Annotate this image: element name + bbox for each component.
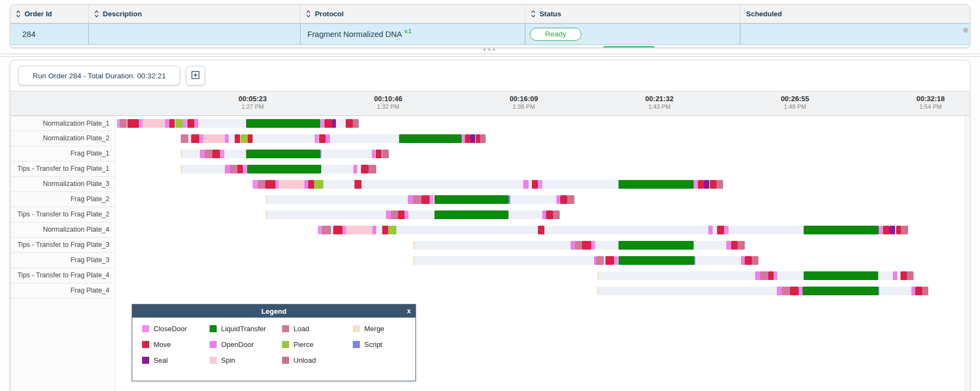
gantt-segment-liquidtransfer[interactable] <box>247 165 321 173</box>
gantt-segment-opendoor[interactable] <box>372 150 375 158</box>
gantt-segment-opendoor[interactable] <box>556 195 560 204</box>
run-order-button[interactable]: Run Order 284 - Total Duration: 00:32:21 <box>18 66 180 85</box>
gantt-segment-move[interactable] <box>745 256 752 265</box>
gantt-segment-closedoor[interactable] <box>243 165 247 173</box>
gantt-segment-opendoor[interactable] <box>542 210 546 219</box>
gantt-segment-unload[interactable] <box>901 226 908 234</box>
gantt-segment-spin[interactable] <box>279 180 304 189</box>
gantt-segment-liquidtransfer[interactable] <box>618 241 694 250</box>
gantt-segment-pierce[interactable] <box>175 119 183 128</box>
gantt-segment-move[interactable] <box>382 226 388 234</box>
table-scrollbar-thumb[interactable] <box>963 28 968 33</box>
gantt-segment-opendoor[interactable] <box>304 180 308 189</box>
gantt-segment-closedoor[interactable] <box>405 210 408 219</box>
gantt-segment-unload[interactable] <box>907 271 914 280</box>
gantt-segment-liquidtransfer[interactable] <box>434 210 509 219</box>
gantt-segment-load[interactable] <box>391 210 398 219</box>
gantt-segment-move[interactable] <box>187 119 194 128</box>
gantt-segment-move[interactable] <box>235 134 240 143</box>
gantt-segment-closedoor[interactable] <box>799 287 803 295</box>
gantt-segment-opendoor[interactable] <box>225 134 229 143</box>
column-header-description[interactable]: Description <box>88 5 301 23</box>
gantt-segment-unload[interactable] <box>567 195 574 204</box>
gantt-segment-move[interactable] <box>127 119 139 128</box>
gantt-segment-move[interactable] <box>421 195 430 204</box>
gantt-segment-closedoor[interactable] <box>774 271 777 280</box>
gantt-segment-opendoor[interactable] <box>225 165 230 173</box>
gantt-segment-opendoor[interactable] <box>326 134 330 143</box>
gantt-segment-move[interactable] <box>883 226 890 234</box>
gantt-segment-move[interactable] <box>790 287 799 295</box>
gantt-segment-move[interactable] <box>698 180 704 189</box>
gantt-segment-opendoor[interactable] <box>911 287 915 295</box>
gantt-segment-closedoor[interactable] <box>694 180 698 189</box>
gantt-segment-script[interactable] <box>878 287 879 295</box>
gantt-segment-closedoor[interactable] <box>183 119 187 128</box>
gantt-segment-closedoor[interactable] <box>430 195 433 204</box>
gantt-segment-load[interactable] <box>230 165 237 173</box>
gantt-segment-seal[interactable] <box>470 134 475 143</box>
gantt-segment-move[interactable] <box>476 134 480 143</box>
gantt-segment-move[interactable] <box>582 241 591 250</box>
splitter-handle-icon[interactable]: ●●● <box>0 48 980 52</box>
gantt-segment-seal[interactable] <box>704 180 709 189</box>
gantt-segment-opendoor[interactable] <box>571 241 575 250</box>
gantt-segment-move[interactable] <box>354 180 361 189</box>
gantt-segment-opendoor[interactable] <box>408 195 412 204</box>
column-header-status[interactable]: Status <box>525 5 740 23</box>
gantt-segment-unload[interactable] <box>716 180 723 189</box>
gantt-segment-closedoor[interactable] <box>117 119 120 128</box>
gantt-segment-opendoor[interactable] <box>386 210 390 219</box>
gantt-segment-move[interactable] <box>560 195 567 204</box>
gantt-segment-opendoor[interactable] <box>755 271 760 280</box>
gantt-segment-closedoor[interactable] <box>538 180 542 189</box>
gantt-segment-liquidtransfer[interactable] <box>804 271 878 280</box>
gantt-segment-move[interactable] <box>398 210 405 219</box>
gantt-segment-merge[interactable] <box>266 210 267 219</box>
gantt-segment-merge[interactable] <box>266 195 267 204</box>
gantt-segment-opendoor[interactable] <box>708 226 713 234</box>
gantt-segment-unload[interactable] <box>353 119 359 128</box>
gantt-segment-move[interactable] <box>896 226 901 234</box>
gantt-segment-opendoor[interactable] <box>353 165 357 173</box>
gantt-segment-liquidtransfer[interactable] <box>246 119 320 128</box>
gantt-segment-liquidtransfer[interactable] <box>618 256 694 265</box>
sort-icon[interactable] <box>16 10 21 18</box>
gantt-segment-move[interactable] <box>717 226 724 234</box>
gantt-segment-seal[interactable] <box>890 226 895 234</box>
gantt-segment-opendoor[interactable] <box>726 241 731 250</box>
gantt-segment-closedoor[interactable] <box>614 256 618 265</box>
gantt-segment-move[interactable] <box>324 119 332 128</box>
gantt-segment-merge[interactable] <box>597 271 599 280</box>
gantt-segment-move[interactable] <box>191 134 199 143</box>
gantt-segment-liquidtransfer[interactable] <box>399 134 462 143</box>
gantt-segment-closedoor[interactable] <box>253 180 258 189</box>
gantt-segment-load[interactable] <box>782 287 790 295</box>
gantt-segment-load[interactable] <box>413 195 421 204</box>
gantt-segment-pierce[interactable] <box>241 134 247 143</box>
gantt-segment-move[interactable] <box>319 134 326 143</box>
gantt-segment-merge[interactable] <box>181 150 182 158</box>
gantt-segment-pierce[interactable] <box>314 180 323 189</box>
gantt-segment-move[interactable] <box>768 271 774 280</box>
gantt-segment-merge[interactable] <box>597 287 599 295</box>
gantt-segment-load[interactable] <box>120 119 127 128</box>
gantt-segment-merge[interactable] <box>413 241 415 250</box>
gantt-segment-liquidtransfer[interactable] <box>434 195 509 204</box>
gantt-segment-load[interactable] <box>596 256 603 265</box>
gantt-segment-move[interactable] <box>532 180 538 189</box>
gantt-segment-move[interactable] <box>346 119 353 128</box>
gantt-segment-move[interactable] <box>376 150 382 158</box>
sort-icon[interactable] <box>94 10 99 18</box>
gantt-segment-closedoor[interactable] <box>315 134 318 143</box>
gantt-segment-move[interactable] <box>538 226 544 234</box>
chart-scrollbar[interactable] <box>965 116 970 391</box>
table-row[interactable]: 284 Fragment Normalized DNA v.1 Ready <box>10 23 970 45</box>
gantt-segment-move[interactable] <box>308 180 315 189</box>
gantt-segment-spin[interactable] <box>346 226 372 234</box>
gantt-segment-opendoor[interactable] <box>777 287 782 295</box>
gantt-segment-move[interactable] <box>361 165 369 173</box>
gantt-segment-move[interactable] <box>731 241 738 250</box>
gantt-segment-opendoor[interactable] <box>200 150 205 158</box>
gantt-segment-spin[interactable] <box>143 119 165 128</box>
